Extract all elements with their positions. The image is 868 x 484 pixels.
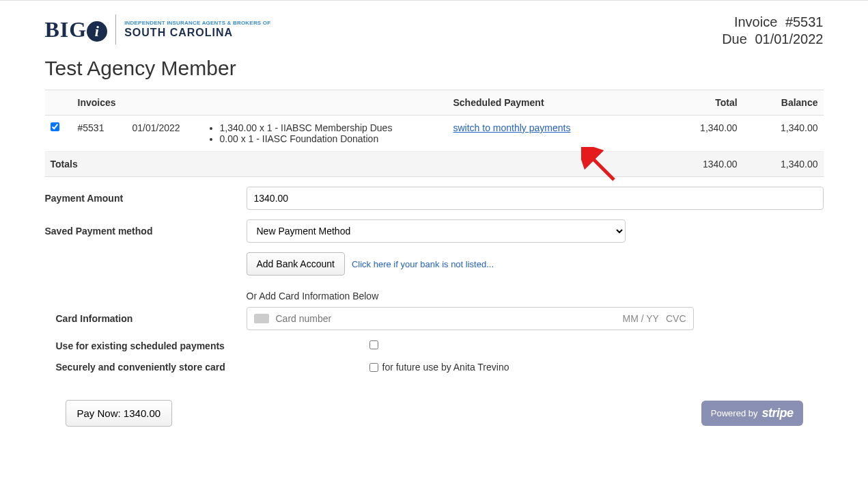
use-existing-label: Use for existing scheduled payments <box>45 340 247 351</box>
or-add-card-text: Or Add Card Information Below <box>247 291 824 301</box>
due-date: 01/01/2022 <box>755 31 823 46</box>
card-cvc-hint[interactable]: CVC <box>666 313 686 324</box>
saved-method-select[interactable]: New Payment Method <box>247 219 626 243</box>
add-bank-account-button[interactable]: Add Bank Account <box>247 252 345 275</box>
logo: BIGi INDEPENDENT INSURANCE AGENTS & BROK… <box>45 14 271 44</box>
col-invoices: Invoices <box>72 90 202 116</box>
invoice-table: Invoices Scheduled Payment Total Balance… <box>45 90 824 177</box>
line-item: 0.00 x 1 - IIASC Foundation Donation <box>220 133 443 144</box>
invoice-checkbox[interactable] <box>51 122 59 131</box>
card-number-input[interactable] <box>276 313 616 324</box>
logo-tagline: INDEPENDENT INSURANCE AGENTS & BROKERS O… <box>124 21 270 27</box>
pay-now-amount: 1340.00 <box>124 407 160 419</box>
store-card-suffix: for future use by Anita Trevino <box>382 362 509 373</box>
invoice-label: Invoice <box>734 14 777 29</box>
logo-big: BIGi <box>45 17 108 42</box>
logo-subtitle: INDEPENDENT INSURANCE AGENTS & BROKERS O… <box>124 21 270 38</box>
switch-to-monthly-link[interactable]: switch to monthly payments <box>453 122 571 133</box>
stripe-word: stripe <box>761 406 793 420</box>
card-input-strip[interactable]: MM / YY CVC <box>247 307 694 330</box>
line-items: 1,340.00 x 1 - IIABSC Membership Dues 0.… <box>220 122 443 144</box>
page-title: Test Agency Member <box>45 57 824 80</box>
pay-now-button[interactable]: Pay Now: 1340.00 <box>66 400 173 427</box>
totals-balance: 1,340.00 <box>743 152 824 177</box>
col-scheduled-payment: Scheduled Payment <box>448 90 662 116</box>
card-icon <box>254 314 269 323</box>
due-label: Due <box>722 31 747 46</box>
invoice-date: 01/01/2022 <box>127 116 202 152</box>
totals-label: Totals <box>45 152 448 177</box>
invoice-meta: Invoice #5531 Due 01/01/2022 <box>722 14 823 49</box>
totals-total: 1340.00 <box>662 152 743 177</box>
col-balance: Balance <box>743 90 824 116</box>
logo-separator <box>115 14 116 44</box>
logo-big-text: BIG <box>45 17 87 42</box>
logo-state: SOUTH CAROLINA <box>124 27 270 39</box>
stripe-prefix: Powered by <box>711 408 758 418</box>
pay-now-prefix: Pay Now: <box>77 407 124 419</box>
row-total: 1,340.00 <box>662 116 743 152</box>
row-balance: 1,340.00 <box>743 116 824 152</box>
saved-method-label: Saved Payment method <box>45 226 247 237</box>
store-card-checkbox[interactable] <box>369 363 378 372</box>
table-row: #5531 01/01/2022 1,340.00 x 1 - IIABSC M… <box>45 116 824 152</box>
store-card-label: Securely and conveniently store card <box>45 362 247 373</box>
col-total: Total <box>662 90 743 116</box>
bank-not-listed-link[interactable]: Click here if your bank is not listed... <box>352 259 494 269</box>
card-info-label: Card Information <box>45 313 247 324</box>
use-existing-checkbox[interactable] <box>369 340 378 349</box>
payment-amount-input[interactable] <box>247 187 824 210</box>
invoice-number: #5531 <box>785 14 824 29</box>
card-expiry-hint[interactable]: MM / YY <box>623 313 659 324</box>
payment-amount-label: Payment Amount <box>45 193 247 204</box>
stripe-badge: Powered by stripe <box>701 401 803 426</box>
invoice-id: #5531 <box>72 116 127 152</box>
logo-i-badge: i <box>87 21 107 42</box>
line-item: 1,340.00 x 1 - IIABSC Membership Dues <box>220 122 443 133</box>
